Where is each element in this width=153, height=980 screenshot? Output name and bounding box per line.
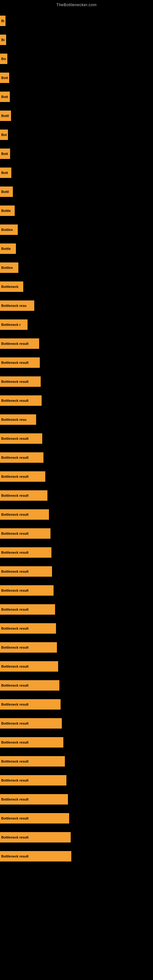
bar: Bottleneck result — [0, 547, 51, 558]
bar: Bottleneck result — [0, 718, 62, 729]
bar: Bottleneck result — [0, 642, 57, 652]
bar: Bottle — [0, 243, 16, 254]
bar-row: Bottleneck result — [0, 486, 153, 505]
bar: Bottle — [0, 205, 15, 216]
bar-row: Bottleneck r — [0, 315, 153, 334]
bar: Bottleneck result — [0, 794, 68, 805]
bar: Bottleneck resu — [0, 301, 34, 311]
bar: Bottleneck result — [0, 395, 41, 406]
bar: Bottleneck result — [0, 585, 54, 596]
bar-row: Bottleneck result — [0, 657, 153, 676]
bar-row: Bottleneck result — [0, 429, 153, 448]
bar-row: Bottleneck result — [0, 752, 153, 771]
bar-row: Bottleneck resu — [0, 296, 153, 315]
bar-label: Bottleneck result — [1, 703, 29, 706]
bar-label: Bottleneck result — [1, 684, 29, 687]
bar-row: Bottleneck result — [0, 790, 153, 809]
bar: Bottleneck result — [0, 756, 65, 767]
bar: Bottleneck result — [0, 699, 61, 710]
bar: Bottleneck result — [0, 357, 40, 368]
bar-row: Bottleneck result — [0, 733, 153, 752]
bar: Bott — [0, 73, 9, 83]
bar-label: Bottleneck result — [1, 494, 29, 497]
bar-row: Bottlen — [0, 220, 153, 239]
bar: Bottleneck result — [0, 832, 71, 843]
bar-row: Bottleneck result — [0, 600, 153, 619]
bar-row: Bottle — [0, 239, 153, 258]
bar-label: Bottleneck result — [1, 570, 29, 573]
bar-label: Bottl — [1, 114, 9, 118]
bar-row: Bottleneck result — [0, 695, 153, 714]
bar-label: Bottleneck result — [1, 646, 29, 649]
bar-row: Bott — [0, 68, 153, 87]
bar-row: Bott — [0, 163, 153, 182]
bar-row: Bottleneck — [0, 277, 153, 296]
bar-label: Bottleneck — [1, 285, 18, 288]
bar-label: Bottleneck result — [1, 608, 29, 611]
bar: Bottleneck result — [0, 490, 48, 501]
bar-row: Bottleneck result — [0, 334, 153, 353]
bar-row: Bottleneck result — [0, 676, 153, 695]
bar-label: Bottleneck result — [1, 475, 29, 478]
bar-label: Bottle — [1, 209, 11, 213]
bar-label: Bottleneck result — [1, 342, 29, 345]
bar: Bottleneck result — [0, 737, 63, 748]
bar-row: Bot — [0, 125, 153, 144]
bar-row: Bottle — [0, 201, 153, 220]
bar: Bottleneck resu — [0, 414, 36, 425]
bar-row: Bottleneck result — [0, 581, 153, 600]
bar-label: Bottleneck result — [1, 816, 29, 820]
bar-label: Bottleneck result — [1, 665, 29, 668]
bar: Bottleneck result — [0, 471, 45, 482]
bar: Bottleneck result — [0, 452, 43, 463]
bar-label: Bott — [1, 95, 8, 99]
bar-row: Bottleneck result — [0, 809, 153, 828]
bar-label: Bottleneck result — [1, 380, 29, 383]
bar-row: Bottleneck result — [0, 543, 153, 562]
bar: Bo — [0, 16, 5, 26]
bar-label: Bottlen — [1, 228, 13, 232]
bar-row: Bottleneck result — [0, 638, 153, 657]
bar-label: Bottleneck result — [1, 835, 29, 839]
bar-row: Bottl — [0, 106, 153, 125]
bar-label: Bottleneck result — [1, 589, 29, 592]
bar-label: Bot — [1, 133, 7, 137]
bar: Bottleneck result — [0, 509, 49, 520]
bar-label: Bottleneck result — [1, 361, 29, 364]
bar-label: Bo — [1, 38, 5, 41]
bar: Bottleneck result — [0, 528, 51, 539]
bar: Bottleneck result — [0, 339, 39, 349]
bar: Bot — [0, 130, 8, 140]
bar-row: Bottleneck result — [0, 619, 153, 638]
bar-label: Bo — [1, 19, 4, 23]
bar-row: Bottlen — [0, 258, 153, 277]
site-title: TheBottlenecker.com — [0, 0, 153, 8]
bar-row: Bott — [0, 87, 153, 106]
bar: Bottlen — [0, 224, 18, 235]
bar: Bottlen — [0, 262, 18, 273]
bar: Bottleneck result — [0, 433, 42, 444]
bar-label: Bottleneck result — [1, 759, 29, 763]
bar-label: Bottleneck result — [1, 437, 29, 441]
bar-label: Bottl — [1, 190, 9, 194]
bar-label: Bottle — [1, 247, 11, 250]
bar-label: Bott — [1, 152, 8, 156]
bar: Bot — [0, 54, 7, 64]
bar: Bott — [0, 148, 10, 159]
bar: Bottleneck result — [0, 604, 55, 615]
bar-label: Bottleneck result — [1, 797, 29, 801]
bar-row: Bottleneck resu — [0, 410, 153, 429]
bar-row: Bottleneck result — [0, 391, 153, 410]
bar-row: Bottleneck result — [0, 448, 153, 467]
bar-label: Bottleneck result — [1, 399, 29, 402]
bar: Bottleneck — [0, 282, 23, 292]
bar-row: Bottleneck result — [0, 847, 153, 866]
bar: Bottleneck result — [0, 376, 41, 387]
bar: Bottleneck result — [0, 851, 71, 861]
bar-row: Bott — [0, 144, 153, 163]
bar-row: Bottleneck result — [0, 524, 153, 543]
bar: Bottleneck result — [0, 661, 58, 671]
bar: Bottleneck r — [0, 320, 27, 330]
bar-label: Bottleneck result — [1, 740, 29, 744]
bar-row: Bottleneck result — [0, 714, 153, 733]
